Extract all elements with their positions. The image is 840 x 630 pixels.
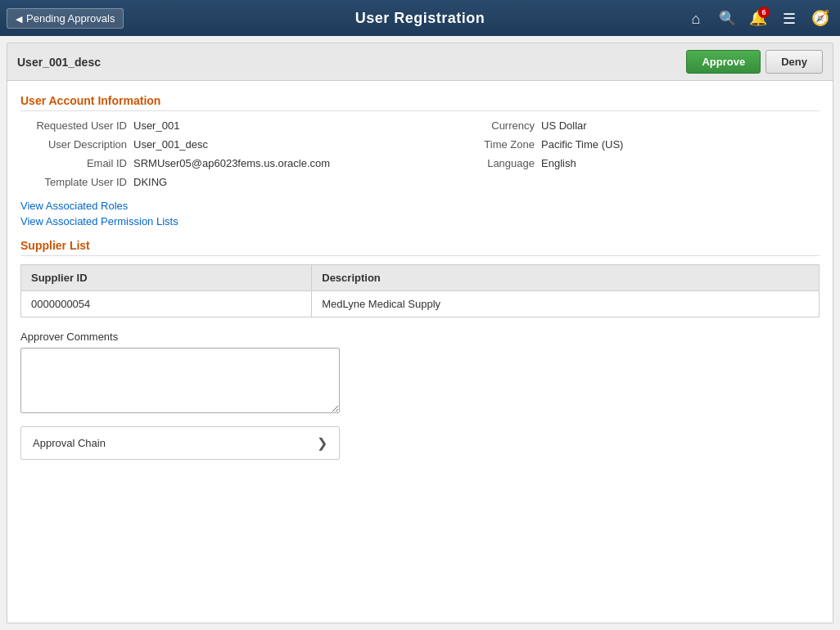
time-zone-value: Pacific Time (US)	[541, 138, 623, 151]
time-zone-label: Time Zone	[428, 138, 535, 151]
user-description-value: User_001_desc	[133, 138, 208, 151]
header: Pending Approvals User Registration 🔍 🔔 …	[0, 0, 840, 36]
approver-comments-textarea[interactable]	[20, 348, 340, 413]
approval-chain-section: Approval Chain ❯	[20, 426, 820, 460]
top-buttons: Approve Deny	[686, 50, 823, 74]
info-column-right: Currency US Dollar Time Zone Pacific Tim…	[428, 119, 820, 188]
compass-button[interactable]: 🧭	[807, 5, 833, 31]
approval-chain-box[interactable]: Approval Chain ❯	[20, 426, 340, 460]
user-info-grid: Requested User ID User_001 User Descript…	[20, 119, 820, 188]
chevron-right-icon: ❯	[317, 435, 327, 451]
user-description-row: User Description User_001_desc	[20, 138, 412, 151]
home-button[interactable]	[683, 5, 709, 31]
supplier-id-cell: 0000000054	[21, 291, 312, 317]
template-user-id-row: Template User ID DKING	[20, 176, 412, 188]
back-label: Pending Approvals	[26, 12, 115, 25]
supplier-id-column-header: Supplier ID	[21, 265, 312, 291]
view-roles-link-row: View Associated Roles	[20, 200, 820, 212]
supplier-section-heading: Supplier List	[20, 239, 820, 256]
notification-button[interactable]: 🔔 6	[745, 5, 771, 31]
view-associated-roles-link[interactable]: View Associated Roles	[20, 200, 128, 212]
language-label: Language	[428, 157, 535, 169]
approver-comments-section: Approver Comments	[20, 331, 820, 413]
email-id-label: Email ID	[20, 157, 127, 169]
search-icon: 🔍	[719, 10, 736, 27]
supplier-table-header-row: Supplier ID Description	[21, 265, 820, 291]
template-user-id-value: DKING	[133, 176, 167, 188]
user-description-label: User Description	[20, 138, 127, 151]
time-zone-row: Time Zone Pacific Time (US)	[428, 138, 820, 151]
user-desc-label: User_001_desc	[17, 56, 101, 69]
hamburger-icon	[783, 9, 796, 28]
currency-row: Currency US Dollar	[428, 119, 820, 132]
approve-button[interactable]: Approve	[686, 50, 761, 74]
back-button[interactable]: Pending Approvals	[7, 8, 124, 29]
back-arrow-icon	[16, 12, 22, 25]
view-permissions-link-row: View Associated Permission Lists	[20, 215, 820, 227]
menu-button[interactable]	[776, 5, 802, 31]
search-button[interactable]: 🔍	[714, 5, 740, 31]
currency-label: Currency	[428, 119, 535, 132]
supplier-section: Supplier List Supplier ID Description 00…	[20, 239, 820, 317]
description-column-header: Description	[312, 265, 820, 291]
language-value: English	[541, 157, 576, 169]
email-id-value: SRMUser05@ap6023fems.us.oracle.com	[133, 157, 330, 169]
language-row: Language English	[428, 157, 820, 169]
table-row: 0000000054 MedLyne Medical Supply	[21, 291, 820, 317]
approver-comments-label: Approver Comments	[20, 331, 820, 343]
notification-badge: 6	[758, 7, 770, 18]
description-cell: MedLyne Medical Supply	[312, 291, 820, 317]
user-account-section-heading: User Account Information	[20, 94, 820, 111]
requested-user-id-label: Requested User ID	[20, 119, 127, 132]
info-column-left: Requested User ID User_001 User Descript…	[20, 119, 412, 188]
email-id-row: Email ID SRMUser05@ap6023fems.us.oracle.…	[20, 157, 412, 169]
top-bar: User_001_desc Approve Deny	[7, 43, 833, 81]
header-icons: 🔍 🔔 6 🧭	[683, 5, 833, 31]
currency-value: US Dollar	[541, 119, 587, 132]
page-content: User_001_desc Approve Deny User Account …	[7, 43, 833, 623]
requested-user-id-row: Requested User ID User_001	[20, 119, 412, 132]
requested-user-id-value: User_001	[133, 119, 179, 132]
deny-button[interactable]: Deny	[765, 50, 823, 74]
compass-icon: 🧭	[811, 9, 829, 27]
home-icon	[692, 9, 701, 28]
view-associated-permission-lists-link[interactable]: View Associated Permission Lists	[20, 215, 178, 227]
main-content: User Account Information Requested User …	[7, 81, 833, 486]
template-user-id-label: Template User ID	[20, 176, 127, 188]
approval-chain-label: Approval Chain	[33, 437, 106, 449]
page-title: User Registration	[355, 10, 485, 27]
supplier-table: Supplier ID Description 0000000054 MedLy…	[20, 264, 820, 317]
